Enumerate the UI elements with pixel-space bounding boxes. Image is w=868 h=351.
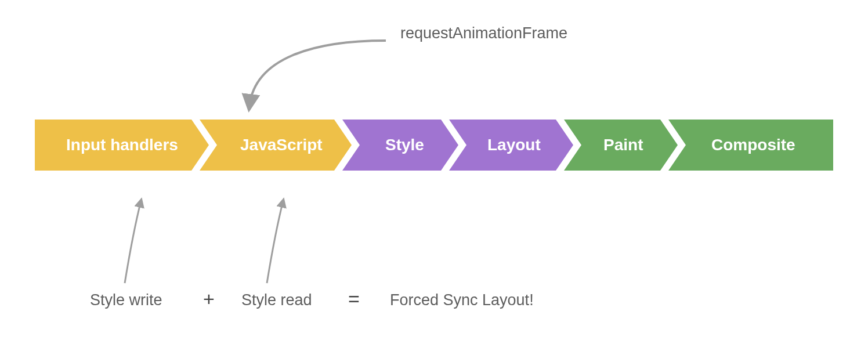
arrow-raf (249, 41, 386, 106)
arrow-style-write (125, 201, 141, 283)
label-style-write: Style write (90, 291, 162, 309)
stage-label-paint: Paint (603, 136, 643, 154)
label-forced-sync: Forced Sync Layout! (390, 291, 534, 309)
stage-label-input-handlers: Input handlers (66, 136, 178, 154)
stage-label-style: Style (385, 136, 424, 154)
op-plus: + (203, 288, 215, 310)
label-style-read: Style read (241, 291, 312, 309)
arrow-style-read (267, 201, 283, 283)
label-raf: requestAnimationFrame (400, 24, 567, 42)
stage-label-composite: Composite (711, 136, 795, 154)
op-equals: = (348, 288, 360, 310)
stage-label-javascript: JavaScript (240, 136, 323, 154)
stage-label-layout: Layout (487, 136, 541, 154)
